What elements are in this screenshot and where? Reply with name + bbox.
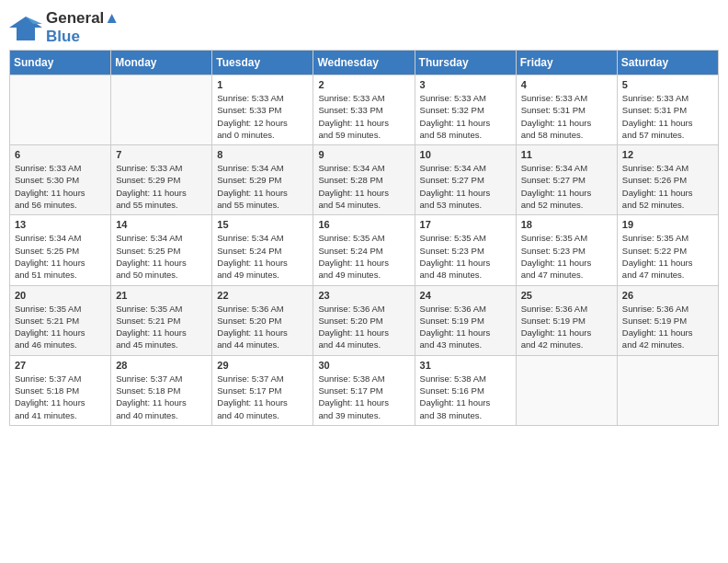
day-info: Sunrise: 5:36 AMSunset: 5:19 PMDaylight:… xyxy=(420,303,511,351)
day-cell-6: 6Sunrise: 5:33 AMSunset: 5:30 PMDaylight… xyxy=(10,145,111,215)
day-info: Sunrise: 5:34 AMSunset: 5:25 PMDaylight:… xyxy=(116,232,207,281)
day-info: Sunrise: 5:36 AMSunset: 5:19 PMDaylight:… xyxy=(521,303,612,351)
day-number: 31 xyxy=(420,360,511,371)
day-cell-13: 13Sunrise: 5:34 AMSunset: 5:25 PMDayligh… xyxy=(10,215,111,285)
day-cell-1: 1Sunrise: 5:33 AMSunset: 5:33 PMDaylight… xyxy=(212,75,313,145)
day-number: 18 xyxy=(521,219,612,230)
day-info: Sunrise: 5:37 AMSunset: 5:18 PMDaylight:… xyxy=(116,373,207,421)
day-cell-8: 8Sunrise: 5:34 AMSunset: 5:29 PMDaylight… xyxy=(212,145,313,215)
day-number: 20 xyxy=(15,290,106,301)
day-number: 3 xyxy=(420,79,511,90)
day-info: Sunrise: 5:33 AMSunset: 5:33 PMDaylight:… xyxy=(318,92,409,141)
empty-cell xyxy=(111,75,212,145)
day-info: Sunrise: 5:36 AMSunset: 5:19 PMDaylight:… xyxy=(622,303,713,351)
day-number: 10 xyxy=(420,149,511,160)
day-cell-29: 29Sunrise: 5:37 AMSunset: 5:17 PMDayligh… xyxy=(212,355,313,425)
day-number: 22 xyxy=(217,290,308,301)
day-number: 11 xyxy=(521,149,612,160)
day-info: Sunrise: 5:34 AMSunset: 5:26 PMDaylight:… xyxy=(622,162,713,211)
day-cell-14: 14Sunrise: 5:34 AMSunset: 5:25 PMDayligh… xyxy=(111,215,212,285)
day-cell-11: 11Sunrise: 5:34 AMSunset: 5:27 PMDayligh… xyxy=(516,145,617,215)
day-number: 21 xyxy=(116,290,207,301)
day-number: 5 xyxy=(622,79,713,90)
day-info: Sunrise: 5:35 AMSunset: 5:21 PMDaylight:… xyxy=(15,303,106,351)
day-cell-7: 7Sunrise: 5:33 AMSunset: 5:29 PMDaylight… xyxy=(111,145,212,215)
day-info: Sunrise: 5:33 AMSunset: 5:30 PMDaylight:… xyxy=(15,162,106,211)
empty-cell xyxy=(617,355,718,425)
day-cell-5: 5Sunrise: 5:33 AMSunset: 5:31 PMDaylight… xyxy=(617,75,718,145)
day-number: 17 xyxy=(420,219,511,230)
day-number: 9 xyxy=(318,149,409,160)
week-row-2: 6Sunrise: 5:33 AMSunset: 5:30 PMDaylight… xyxy=(10,145,719,215)
day-info: Sunrise: 5:35 AMSunset: 5:21 PMDaylight:… xyxy=(116,303,207,351)
day-info: Sunrise: 5:35 AMSunset: 5:24 PMDaylight:… xyxy=(318,232,409,281)
day-info: Sunrise: 5:37 AMSunset: 5:18 PMDaylight:… xyxy=(15,373,106,421)
day-info: Sunrise: 5:37 AMSunset: 5:17 PMDaylight:… xyxy=(217,373,308,421)
day-number: 24 xyxy=(420,290,511,301)
day-info: Sunrise: 5:34 AMSunset: 5:24 PMDaylight:… xyxy=(217,232,308,281)
day-number: 15 xyxy=(217,219,308,230)
day-info: Sunrise: 5:35 AMSunset: 5:23 PMDaylight:… xyxy=(420,232,511,281)
day-number: 29 xyxy=(217,360,308,371)
page-header: General▲ Blue xyxy=(9,9,719,46)
day-cell-15: 15Sunrise: 5:34 AMSunset: 5:24 PMDayligh… xyxy=(212,215,313,285)
day-cell-25: 25Sunrise: 5:36 AMSunset: 5:19 PMDayligh… xyxy=(516,285,617,355)
weekday-header-row: SundayMondayTuesdayWednesdayThursdayFrid… xyxy=(10,51,719,75)
day-number: 4 xyxy=(521,79,612,90)
day-info: Sunrise: 5:35 AMSunset: 5:23 PMDaylight:… xyxy=(521,232,612,281)
day-cell-10: 10Sunrise: 5:34 AMSunset: 5:27 PMDayligh… xyxy=(415,145,516,215)
day-info: Sunrise: 5:33 AMSunset: 5:31 PMDaylight:… xyxy=(521,92,612,141)
day-number: 30 xyxy=(318,360,409,371)
weekday-header-saturday: Saturday xyxy=(617,51,718,75)
day-info: Sunrise: 5:33 AMSunset: 5:32 PMDaylight:… xyxy=(420,92,511,141)
day-info: Sunrise: 5:36 AMSunset: 5:20 PMDaylight:… xyxy=(217,303,308,351)
day-cell-17: 17Sunrise: 5:35 AMSunset: 5:23 PMDayligh… xyxy=(415,215,516,285)
svg-marker-0 xyxy=(9,17,42,40)
day-cell-3: 3Sunrise: 5:33 AMSunset: 5:32 PMDaylight… xyxy=(415,75,516,145)
day-number: 8 xyxy=(217,149,308,160)
day-cell-28: 28Sunrise: 5:37 AMSunset: 5:18 PMDayligh… xyxy=(111,355,212,425)
calendar-table: SundayMondayTuesdayWednesdayThursdayFrid… xyxy=(9,50,719,426)
day-cell-22: 22Sunrise: 5:36 AMSunset: 5:20 PMDayligh… xyxy=(212,285,313,355)
day-info: Sunrise: 5:34 AMSunset: 5:27 PMDaylight:… xyxy=(420,162,511,211)
logo: General▲ Blue xyxy=(9,9,119,46)
day-cell-30: 30Sunrise: 5:38 AMSunset: 5:17 PMDayligh… xyxy=(313,355,415,425)
day-cell-4: 4Sunrise: 5:33 AMSunset: 5:31 PMDaylight… xyxy=(516,75,617,145)
empty-cell xyxy=(10,75,111,145)
logo-icon xyxy=(9,15,42,40)
day-number: 6 xyxy=(15,149,106,160)
logo-text: General▲ Blue xyxy=(46,9,119,46)
day-number: 7 xyxy=(116,149,207,160)
day-cell-31: 31Sunrise: 5:38 AMSunset: 5:16 PMDayligh… xyxy=(415,355,516,425)
day-number: 26 xyxy=(622,290,713,301)
day-number: 28 xyxy=(116,360,207,371)
day-cell-19: 19Sunrise: 5:35 AMSunset: 5:22 PMDayligh… xyxy=(617,215,718,285)
day-cell-24: 24Sunrise: 5:36 AMSunset: 5:19 PMDayligh… xyxy=(415,285,516,355)
day-info: Sunrise: 5:35 AMSunset: 5:22 PMDaylight:… xyxy=(622,232,713,281)
calendar-body: 1Sunrise: 5:33 AMSunset: 5:33 PMDaylight… xyxy=(10,75,719,426)
day-info: Sunrise: 5:34 AMSunset: 5:29 PMDaylight:… xyxy=(217,162,308,211)
week-row-5: 27Sunrise: 5:37 AMSunset: 5:18 PMDayligh… xyxy=(10,355,719,425)
day-info: Sunrise: 5:38 AMSunset: 5:17 PMDaylight:… xyxy=(318,373,409,421)
weekday-header-friday: Friday xyxy=(516,51,617,75)
day-cell-21: 21Sunrise: 5:35 AMSunset: 5:21 PMDayligh… xyxy=(111,285,212,355)
day-cell-20: 20Sunrise: 5:35 AMSunset: 5:21 PMDayligh… xyxy=(10,285,111,355)
day-info: Sunrise: 5:38 AMSunset: 5:16 PMDaylight:… xyxy=(420,373,511,421)
day-number: 27 xyxy=(15,360,106,371)
day-number: 12 xyxy=(622,149,713,160)
day-cell-23: 23Sunrise: 5:36 AMSunset: 5:20 PMDayligh… xyxy=(313,285,415,355)
day-number: 23 xyxy=(318,290,409,301)
week-row-1: 1Sunrise: 5:33 AMSunset: 5:33 PMDaylight… xyxy=(10,75,719,145)
empty-cell xyxy=(516,355,617,425)
day-cell-12: 12Sunrise: 5:34 AMSunset: 5:26 PMDayligh… xyxy=(617,145,718,215)
day-cell-9: 9Sunrise: 5:34 AMSunset: 5:28 PMDaylight… xyxy=(313,145,415,215)
day-info: Sunrise: 5:34 AMSunset: 5:25 PMDaylight:… xyxy=(15,232,106,281)
day-number: 14 xyxy=(116,219,207,230)
day-info: Sunrise: 5:36 AMSunset: 5:20 PMDaylight:… xyxy=(318,303,409,351)
day-cell-27: 27Sunrise: 5:37 AMSunset: 5:18 PMDayligh… xyxy=(10,355,111,425)
day-info: Sunrise: 5:33 AMSunset: 5:31 PMDaylight:… xyxy=(622,92,713,141)
day-number: 2 xyxy=(318,79,409,90)
day-number: 13 xyxy=(15,219,106,230)
day-cell-18: 18Sunrise: 5:35 AMSunset: 5:23 PMDayligh… xyxy=(516,215,617,285)
weekday-header-monday: Monday xyxy=(111,51,212,75)
